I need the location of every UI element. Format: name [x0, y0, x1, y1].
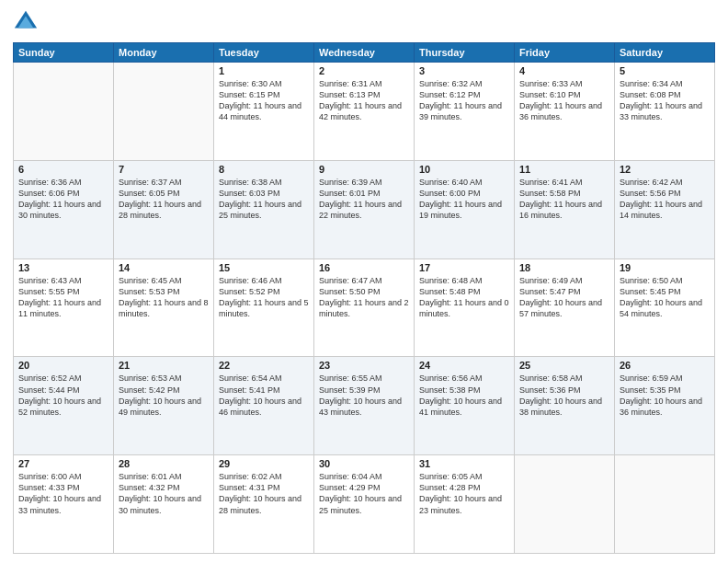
weekday-header: Sunday	[14, 43, 114, 63]
cell-info: Sunrise: 6:43 AM Sunset: 5:55 PM Dayligh…	[18, 275, 108, 320]
calendar-cell: 9Sunrise: 6:39 AM Sunset: 6:01 PM Daylig…	[314, 160, 415, 259]
day-number: 23	[319, 360, 409, 371]
weekday-header: Wednesday	[314, 43, 415, 63]
calendar-cell: 10Sunrise: 6:40 AM Sunset: 6:00 PM Dayli…	[415, 160, 515, 259]
calendar-cell: 6Sunrise: 6:36 AM Sunset: 6:06 PM Daylig…	[14, 160, 114, 259]
calendar-cell: 7Sunrise: 6:37 AM Sunset: 6:05 PM Daylig…	[114, 160, 214, 259]
day-number: 10	[419, 164, 509, 175]
cell-info: Sunrise: 6:49 AM Sunset: 5:47 PM Dayligh…	[519, 275, 609, 320]
day-number: 5	[620, 65, 710, 76]
calendar-cell: 31Sunrise: 6:05 AM Sunset: 4:28 PM Dayli…	[415, 455, 515, 554]
calendar-cell: 17Sunrise: 6:48 AM Sunset: 5:48 PM Dayli…	[415, 259, 515, 357]
calendar-cell: 3Sunrise: 6:32 AM Sunset: 6:12 PM Daylig…	[415, 63, 515, 161]
calendar-cell: 30Sunrise: 6:04 AM Sunset: 4:29 PM Dayli…	[314, 455, 415, 554]
day-number: 31	[419, 458, 509, 469]
day-number: 16	[319, 262, 409, 273]
calendar-cell: 26Sunrise: 6:59 AM Sunset: 5:35 PM Dayli…	[615, 357, 715, 455]
day-number: 13	[18, 262, 108, 273]
calendar-cell: 28Sunrise: 6:01 AM Sunset: 4:32 PM Dayli…	[114, 455, 214, 554]
calendar-cell	[14, 63, 114, 161]
logo	[13, 9, 42, 35]
day-number: 21	[119, 360, 209, 371]
cell-info: Sunrise: 6:05 AM Sunset: 4:28 PM Dayligh…	[419, 471, 509, 516]
cell-info: Sunrise: 6:37 AM Sunset: 6:05 PM Dayligh…	[119, 177, 209, 222]
calendar-week-row: 20Sunrise: 6:52 AM Sunset: 5:44 PM Dayli…	[14, 357, 715, 455]
cell-info: Sunrise: 6:47 AM Sunset: 5:50 PM Dayligh…	[319, 275, 409, 320]
day-number: 17	[419, 262, 509, 273]
calendar-cell: 27Sunrise: 6:00 AM Sunset: 4:33 PM Dayli…	[14, 455, 114, 554]
calendar-week-row: 13Sunrise: 6:43 AM Sunset: 5:55 PM Dayli…	[14, 259, 715, 357]
calendar-cell: 11Sunrise: 6:41 AM Sunset: 5:58 PM Dayli…	[515, 160, 615, 259]
calendar-cell: 15Sunrise: 6:46 AM Sunset: 5:52 PM Dayli…	[214, 259, 314, 357]
day-number: 27	[18, 458, 108, 469]
weekday-header: Monday	[114, 43, 214, 63]
calendar-cell: 1Sunrise: 6:30 AM Sunset: 6:15 PM Daylig…	[214, 63, 314, 161]
day-number: 8	[219, 164, 309, 175]
cell-info: Sunrise: 6:45 AM Sunset: 5:53 PM Dayligh…	[119, 275, 209, 320]
day-number: 15	[219, 262, 309, 273]
cell-info: Sunrise: 6:48 AM Sunset: 5:48 PM Dayligh…	[419, 275, 509, 320]
cell-info: Sunrise: 6:50 AM Sunset: 5:45 PM Dayligh…	[620, 275, 710, 320]
cell-info: Sunrise: 6:32 AM Sunset: 6:12 PM Dayligh…	[419, 78, 509, 123]
calendar-cell: 14Sunrise: 6:45 AM Sunset: 5:53 PM Dayli…	[114, 259, 214, 357]
day-number: 9	[319, 164, 409, 175]
cell-info: Sunrise: 6:34 AM Sunset: 6:08 PM Dayligh…	[620, 78, 710, 123]
cell-info: Sunrise: 6:41 AM Sunset: 5:58 PM Dayligh…	[519, 177, 609, 222]
calendar-cell: 22Sunrise: 6:54 AM Sunset: 5:41 PM Dayli…	[214, 357, 314, 455]
day-number: 12	[620, 164, 710, 175]
cell-info: Sunrise: 6:42 AM Sunset: 5:56 PM Dayligh…	[620, 177, 710, 222]
cell-info: Sunrise: 6:39 AM Sunset: 6:01 PM Dayligh…	[319, 177, 409, 222]
calendar-cell: 18Sunrise: 6:49 AM Sunset: 5:47 PM Dayli…	[515, 259, 615, 357]
day-number: 30	[319, 458, 409, 469]
calendar-week-row: 6Sunrise: 6:36 AM Sunset: 6:06 PM Daylig…	[14, 160, 715, 259]
cell-info: Sunrise: 6:36 AM Sunset: 6:06 PM Dayligh…	[18, 177, 108, 222]
cell-info: Sunrise: 6:33 AM Sunset: 6:10 PM Dayligh…	[519, 78, 609, 123]
day-number: 28	[119, 458, 209, 469]
cell-info: Sunrise: 6:56 AM Sunset: 5:38 PM Dayligh…	[419, 373, 509, 418]
cell-info: Sunrise: 6:31 AM Sunset: 6:13 PM Dayligh…	[319, 78, 409, 123]
weekday-header: Tuesday	[214, 43, 314, 63]
calendar-cell	[515, 455, 615, 554]
calendar-cell	[615, 455, 715, 554]
calendar-cell: 16Sunrise: 6:47 AM Sunset: 5:50 PM Dayli…	[314, 259, 415, 357]
calendar-cell: 12Sunrise: 6:42 AM Sunset: 5:56 PM Dayli…	[615, 160, 715, 259]
calendar: SundayMondayTuesdayWednesdayThursdayFrid…	[13, 42, 715, 554]
cell-info: Sunrise: 6:04 AM Sunset: 4:29 PM Dayligh…	[319, 471, 409, 516]
day-number: 2	[319, 65, 409, 76]
calendar-cell: 8Sunrise: 6:38 AM Sunset: 6:03 PM Daylig…	[214, 160, 314, 259]
calendar-week-row: 1Sunrise: 6:30 AM Sunset: 6:15 PM Daylig…	[14, 63, 715, 161]
day-number: 26	[620, 360, 710, 371]
day-number: 24	[419, 360, 509, 371]
weekday-header: Friday	[515, 43, 615, 63]
page: SundayMondayTuesdayWednesdayThursdayFrid…	[0, 0, 728, 563]
day-number: 18	[519, 262, 609, 273]
day-number: 11	[519, 164, 609, 175]
calendar-cell: 19Sunrise: 6:50 AM Sunset: 5:45 PM Dayli…	[615, 259, 715, 357]
weekday-header-row: SundayMondayTuesdayWednesdayThursdayFrid…	[14, 43, 715, 63]
cell-info: Sunrise: 6:52 AM Sunset: 5:44 PM Dayligh…	[18, 373, 108, 418]
day-number: 1	[219, 65, 309, 76]
day-number: 4	[519, 65, 609, 76]
day-number: 14	[119, 262, 209, 273]
day-number: 25	[519, 360, 609, 371]
day-number: 20	[18, 360, 108, 371]
day-number: 3	[419, 65, 509, 76]
logo-icon	[13, 9, 39, 35]
calendar-cell: 5Sunrise: 6:34 AM Sunset: 6:08 PM Daylig…	[615, 63, 715, 161]
day-number: 29	[219, 458, 309, 469]
calendar-cell: 21Sunrise: 6:53 AM Sunset: 5:42 PM Dayli…	[114, 357, 214, 455]
day-number: 19	[620, 262, 710, 273]
calendar-cell: 25Sunrise: 6:58 AM Sunset: 5:36 PM Dayli…	[515, 357, 615, 455]
calendar-cell: 23Sunrise: 6:55 AM Sunset: 5:39 PM Dayli…	[314, 357, 415, 455]
calendar-cell: 20Sunrise: 6:52 AM Sunset: 5:44 PM Dayli…	[14, 357, 114, 455]
cell-info: Sunrise: 6:30 AM Sunset: 6:15 PM Dayligh…	[219, 78, 309, 123]
cell-info: Sunrise: 6:55 AM Sunset: 5:39 PM Dayligh…	[319, 373, 409, 418]
calendar-cell: 13Sunrise: 6:43 AM Sunset: 5:55 PM Dayli…	[14, 259, 114, 357]
day-number: 7	[119, 164, 209, 175]
cell-info: Sunrise: 6:01 AM Sunset: 4:32 PM Dayligh…	[119, 471, 209, 516]
cell-info: Sunrise: 6:53 AM Sunset: 5:42 PM Dayligh…	[119, 373, 209, 418]
cell-info: Sunrise: 6:58 AM Sunset: 5:36 PM Dayligh…	[519, 373, 609, 418]
calendar-cell: 29Sunrise: 6:02 AM Sunset: 4:31 PM Dayli…	[214, 455, 314, 554]
weekday-header: Saturday	[615, 43, 715, 63]
cell-info: Sunrise: 6:40 AM Sunset: 6:00 PM Dayligh…	[419, 177, 509, 222]
